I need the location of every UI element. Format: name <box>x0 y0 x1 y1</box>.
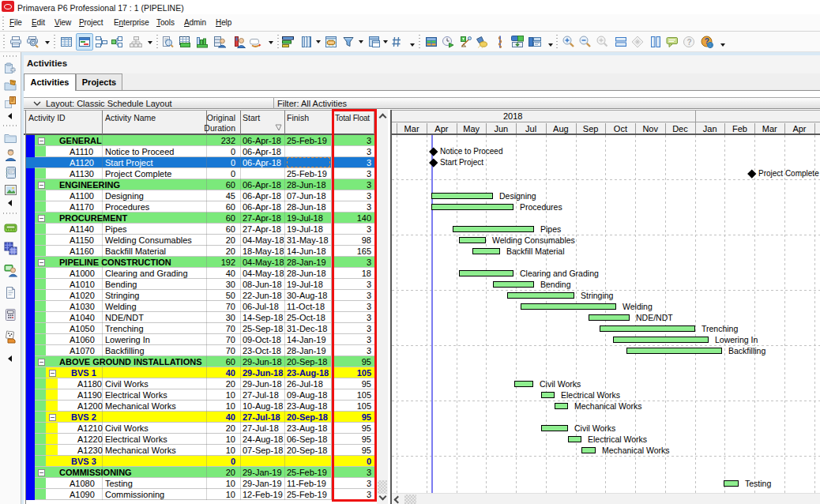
svg-text:?: ? <box>687 38 692 47</box>
